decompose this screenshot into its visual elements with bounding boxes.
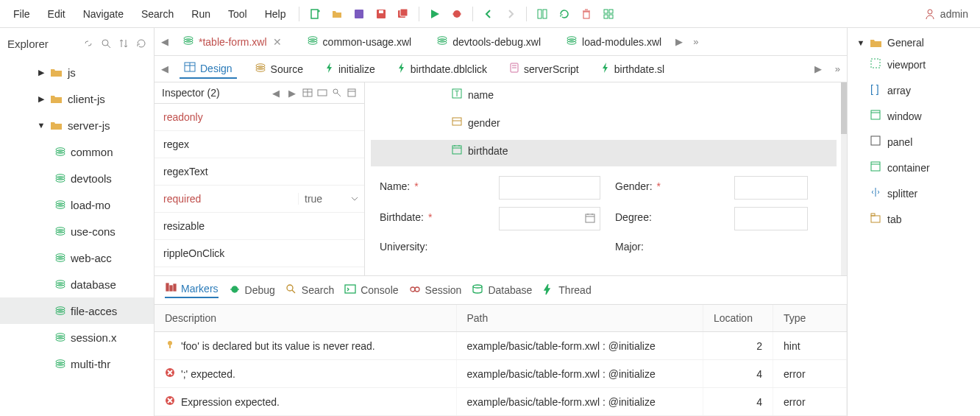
col-path[interactable]: Path [456, 305, 703, 332]
palette-item[interactable]: tab [852, 206, 976, 232]
col-type[interactable]: Type [773, 305, 847, 332]
property-row[interactable]: readonly [155, 104, 364, 131]
component-row[interactable]: birthdate [452, 144, 508, 157]
tree-file[interactable]: web-acc [0, 244, 154, 271]
palette-item[interactable]: splitter [852, 180, 976, 206]
trash-icon[interactable] [580, 8, 592, 20]
palette-item[interactable]: [ ]array [852, 77, 976, 103]
link-icon[interactable] [83, 38, 93, 49]
grid-icon[interactable] [603, 8, 614, 20]
sort-icon[interactable] [118, 38, 129, 49]
palette-item[interactable]: panel [852, 129, 976, 155]
tree-file[interactable]: session.x [0, 324, 154, 350]
property-row[interactable]: regex [155, 131, 364, 158]
save-all-icon[interactable] [397, 8, 409, 20]
tree-folder[interactable]: ▶js [0, 59, 154, 85]
menu-navigate[interactable]: Navigate [76, 4, 131, 24]
tree-file[interactable]: multi-thr [0, 350, 154, 377]
table-icon[interactable] [302, 88, 313, 98]
file-tab[interactable]: common-usage.xwl [301, 32, 418, 51]
file-tab[interactable]: devtools-debug.xwl [430, 32, 547, 51]
south-tab[interactable]: Session [409, 283, 462, 297]
col-location[interactable]: Location [703, 305, 773, 332]
key-icon[interactable] [332, 88, 342, 98]
palette-item[interactable]: container [852, 155, 976, 180]
card-icon[interactable] [317, 88, 327, 98]
refresh-icon[interactable] [136, 38, 146, 49]
form-input[interactable] [734, 176, 808, 200]
tree-folder[interactable]: ▶client-js [0, 85, 154, 112]
sub-tab[interactable]: initialize [321, 59, 380, 79]
south-tab[interactable]: Search [285, 283, 334, 297]
back-icon[interactable] [483, 8, 494, 20]
palette-item[interactable]: viewport [852, 52, 976, 77]
palette-group-general[interactable]: ▼ General [852, 34, 976, 52]
inspector-prev-icon[interactable]: ◀ [270, 88, 282, 99]
close-icon[interactable]: ✕ [273, 36, 282, 48]
menu-tool[interactable]: Tool [221, 4, 255, 24]
menu-help[interactable]: Help [258, 4, 294, 24]
sub-tab[interactable]: Source [250, 59, 308, 79]
tree-file[interactable]: database [0, 271, 154, 297]
menu-search[interactable]: Search [134, 4, 181, 24]
menu-file[interactable]: File [6, 4, 38, 24]
south-tab[interactable]: Console [344, 283, 398, 297]
tabs-scroll-left-icon[interactable]: ◀ [159, 36, 171, 47]
south-tab[interactable]: Database [472, 283, 532, 297]
component-row[interactable]: Tname [452, 88, 494, 101]
refresh-icon[interactable] [558, 8, 570, 20]
subtabs-overflow-icon[interactable]: » [833, 63, 842, 74]
palette-item[interactable]: window [852, 103, 976, 129]
new-file-icon[interactable] [309, 8, 321, 20]
marker-row[interactable]: 'foo' is declared but its value is never… [155, 332, 847, 360]
explorer-tree[interactable]: ▶js▶client-js▼server-jscommondevtoolsloa… [0, 59, 154, 416]
tree-folder[interactable]: ▼server-js [0, 112, 154, 138]
search-icon[interactable] [101, 38, 111, 49]
marker-row[interactable]: Expression expected.example/basic/table-… [155, 388, 847, 416]
canvas-scrollbar[interactable] [841, 82, 847, 275]
form-input[interactable] [499, 176, 600, 200]
sub-tab[interactable]: serverScript [505, 59, 583, 79]
save-icon[interactable] [375, 8, 387, 20]
user-indicator[interactable]: admin [924, 8, 974, 20]
tree-file[interactable]: common [0, 138, 154, 165]
south-tab[interactable]: Debug [229, 283, 275, 297]
component-row[interactable]: gender [452, 116, 500, 129]
design-canvas[interactable]: TnamegenderbirthdateName:Gender:Birthdat… [365, 82, 847, 275]
props-icon[interactable] [347, 88, 357, 98]
property-row[interactable]: regexText [155, 158, 364, 186]
open-folder-icon[interactable] [331, 8, 343, 20]
subtabs-scroll-left-icon[interactable]: ◀ [159, 63, 171, 74]
file-tab[interactable]: *table-form.xwl✕ [177, 32, 288, 51]
property-row[interactable]: resizable [155, 213, 364, 240]
debug-icon[interactable] [451, 8, 463, 20]
sub-tab[interactable]: Design [180, 59, 237, 79]
property-row[interactable]: requiredtrue [155, 186, 364, 213]
south-tab[interactable]: Markers [165, 282, 219, 298]
sub-tab[interactable]: birthdate.sl [597, 59, 669, 79]
tabs-scroll-right-icon[interactable]: ▶ [673, 36, 685, 47]
subtabs-scroll-right-icon[interactable]: ▶ [812, 63, 824, 74]
menu-run[interactable]: Run [184, 4, 218, 24]
south-tab[interactable]: Thread [542, 283, 591, 297]
file-tab[interactable]: load-modules.xwl [560, 32, 667, 51]
calendar-icon[interactable] [585, 213, 595, 225]
forward-icon[interactable] [505, 8, 516, 20]
tree-file[interactable]: devtools [0, 165, 154, 191]
form-input[interactable] [499, 207, 600, 230]
run-icon[interactable] [429, 8, 441, 20]
save-db-icon[interactable] [353, 8, 365, 20]
tree-file[interactable]: use-cons [0, 218, 154, 244]
marker-row[interactable]: ';' expected.example/basic/table-form.xw… [155, 360, 847, 388]
property-list[interactable]: readonlyregexregexTextrequiredtrueresiza… [155, 104, 364, 267]
sub-tab[interactable]: birthdate.dblclick [393, 59, 491, 79]
property-row[interactable]: rippleOnClick [155, 240, 364, 267]
tree-file[interactable]: load-mo [0, 191, 154, 218]
inspector-next-icon[interactable]: ▶ [286, 88, 298, 99]
menu-edit[interactable]: Edit [40, 4, 73, 24]
form-input[interactable] [734, 207, 808, 230]
col-description[interactable]: Description [155, 305, 456, 332]
tabs-overflow-icon[interactable]: » [691, 36, 700, 47]
tree-file[interactable]: file-acces [0, 297, 154, 324]
property-value[interactable]: true [298, 193, 364, 205]
